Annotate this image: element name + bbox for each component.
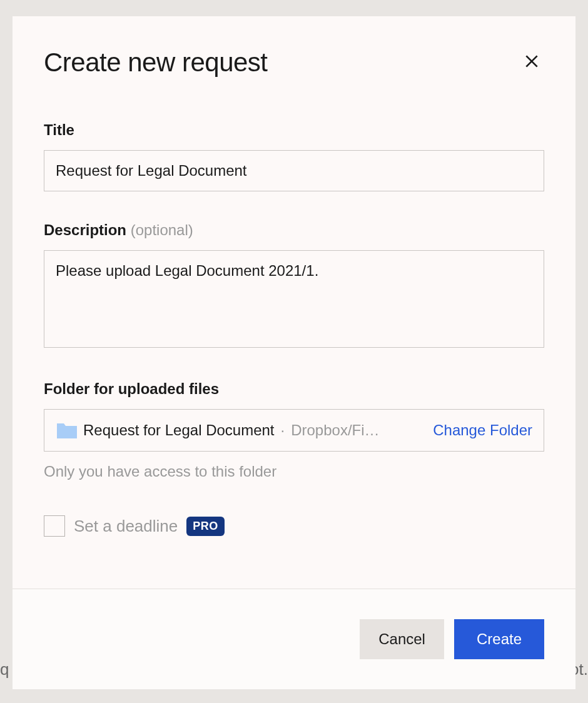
modal-title: Create new request xyxy=(44,48,544,78)
background-text-left: q xyxy=(0,660,9,679)
deadline-row: Set a deadline PRO xyxy=(44,515,544,537)
folder-icon xyxy=(56,421,78,440)
title-input[interactable] xyxy=(44,150,544,191)
description-optional-text: (optional) xyxy=(131,221,193,238)
close-button[interactable] xyxy=(523,53,540,70)
folder-separator: · xyxy=(281,422,285,439)
change-folder-link[interactable]: Change Folder xyxy=(433,422,532,439)
create-button[interactable]: Create xyxy=(454,619,544,659)
pro-badge: PRO xyxy=(186,517,225,536)
folder-selector: Request for Legal Document · Dropbox/Fi…… xyxy=(44,409,544,452)
cancel-button[interactable]: Cancel xyxy=(360,619,444,659)
modal-body: Create new request Title Description (op… xyxy=(13,16,575,589)
description-textarea[interactable]: Please upload Legal Document 2021/1. xyxy=(44,250,544,348)
deadline-label: Set a deadline xyxy=(74,517,178,536)
folder-label: Folder for uploaded files xyxy=(44,380,544,398)
folder-access-hint: Only you have access to this folder xyxy=(44,463,544,480)
description-label-text: Description xyxy=(44,221,126,238)
folder-field-group: Folder for uploaded files Request for Le… xyxy=(44,380,544,480)
create-request-modal: Create new request Title Description (op… xyxy=(13,16,575,689)
title-field-group: Title xyxy=(44,121,544,191)
description-field-group: Description (optional) Please upload Leg… xyxy=(44,221,544,350)
close-icon xyxy=(524,53,540,69)
folder-name: Request for Legal Document xyxy=(83,422,275,439)
title-label: Title xyxy=(44,121,544,139)
folder-path: Dropbox/Fi… xyxy=(291,422,417,439)
deadline-checkbox[interactable] xyxy=(44,515,65,537)
modal-footer: Cancel Create xyxy=(13,589,575,689)
description-label: Description (optional) xyxy=(44,221,544,239)
